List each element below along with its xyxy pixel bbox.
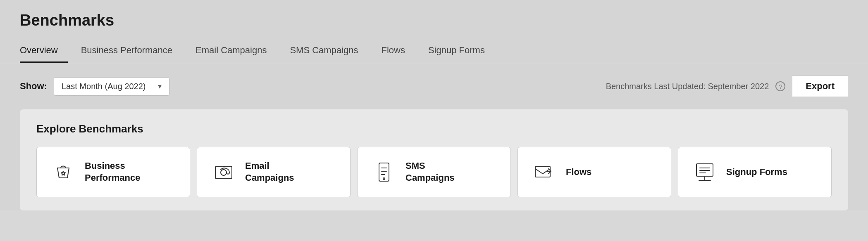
controls-bar: Show: Last Month (Aug 2022) ▾ Benchmarks… bbox=[0, 63, 868, 109]
svg-point-1 bbox=[221, 170, 227, 175]
business-performance-icon bbox=[50, 159, 76, 185]
sms-campaigns-icon bbox=[371, 159, 397, 185]
card-signup-forms[interactable]: Signup Forms bbox=[678, 147, 832, 197]
last-updated-text: Benchmarks Last Updated: September 2022 bbox=[606, 82, 769, 91]
card-email-campaigns[interactable]: EmailCampaigns bbox=[197, 147, 351, 197]
explore-title: Explore Benchmarks bbox=[36, 123, 832, 135]
card-sms-campaigns[interactable]: SMSCampaigns bbox=[357, 147, 511, 197]
dropdown-value: Last Month (Aug 2022) bbox=[62, 82, 145, 91]
card-flows[interactable]: Flows bbox=[517, 147, 671, 197]
chevron-down-icon: ▾ bbox=[158, 82, 162, 91]
card-label-business-performance: BusinessPerformance bbox=[85, 160, 141, 184]
tab-business-performance[interactable]: Business Performance bbox=[81, 39, 182, 63]
card-business-performance[interactable]: BusinessPerformance bbox=[36, 147, 190, 197]
page-wrapper: Benchmarks Overview Business Performance… bbox=[0, 0, 868, 210]
email-campaigns-icon bbox=[210, 159, 237, 185]
card-label-flows: Flows bbox=[566, 166, 591, 178]
header: Benchmarks bbox=[0, 0, 868, 29]
tab-signup-forms[interactable]: Signup Forms bbox=[428, 39, 495, 63]
page-title: Benchmarks bbox=[20, 12, 848, 29]
date-range-dropdown[interactable]: Last Month (Aug 2022) ▾ bbox=[54, 77, 169, 96]
svg-point-6 bbox=[383, 178, 385, 180]
signup-forms-icon bbox=[692, 159, 718, 185]
card-label-sms-campaigns: SMSCampaigns bbox=[405, 160, 455, 184]
right-controls: Benchmarks Last Updated: September 2022 … bbox=[606, 76, 848, 97]
card-label-signup-forms: Signup Forms bbox=[726, 166, 787, 178]
show-group: Show: Last Month (Aug 2022) ▾ bbox=[20, 77, 169, 96]
tab-email-campaigns[interactable]: Email Campaigns bbox=[196, 39, 277, 63]
export-button[interactable]: Export bbox=[792, 76, 848, 97]
benchmark-cards: BusinessPerformance EmailCampaigns bbox=[36, 147, 832, 197]
help-icon[interactable]: ? bbox=[775, 81, 785, 91]
tabs-bar: Overview Business Performance Email Camp… bbox=[0, 39, 868, 63]
show-label: Show: bbox=[20, 81, 47, 92]
tab-sms-campaigns[interactable]: SMS Campaigns bbox=[290, 39, 368, 63]
card-label-email-campaigns: EmailCampaigns bbox=[245, 160, 294, 184]
svg-rect-2 bbox=[379, 163, 389, 181]
explore-section: Explore Benchmarks BusinessPerformance bbox=[20, 109, 848, 210]
tab-overview[interactable]: Overview bbox=[20, 39, 68, 63]
tab-flows[interactable]: Flows bbox=[382, 39, 415, 63]
flows-icon bbox=[531, 159, 558, 185]
